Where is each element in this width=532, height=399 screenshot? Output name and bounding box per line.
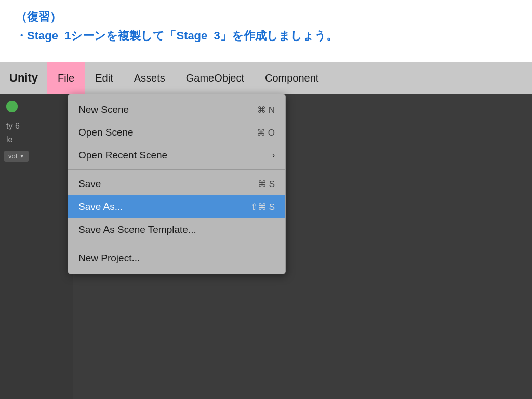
menu-new-project[interactable]: New Project... bbox=[68, 247, 285, 270]
separator-1 bbox=[68, 169, 285, 170]
instruction-line2: ・Stage_1シーンを複製して「Stage_3」を作成しましょう。 bbox=[16, 28, 516, 44]
separator-2 bbox=[68, 244, 285, 244]
file-dropdown-menu: New Scene ⌘ N Open Scene ⌘ O Open Recent… bbox=[68, 94, 286, 274]
menu-unity-label[interactable]: Unity bbox=[0, 62, 47, 94]
menu-new-scene[interactable]: New Scene ⌘ N bbox=[68, 98, 285, 121]
menu-new-scene-label: New Scene bbox=[78, 104, 129, 115]
menu-open-recent-label: Open Recent Scene bbox=[78, 150, 167, 161]
menu-item-component[interactable]: Component bbox=[255, 62, 329, 94]
menu-save[interactable]: Save ⌘ S bbox=[68, 172, 285, 195]
green-dot-indicator bbox=[6, 101, 18, 112]
menu-save-as-template-label: Save As Scene Template... bbox=[78, 224, 196, 235]
menu-save-as-label: Save As... bbox=[78, 201, 123, 212]
menu-item-assets[interactable]: Assets bbox=[124, 62, 176, 94]
pivot-dropdown-arrow: ▼ bbox=[19, 153, 24, 159]
menu-save-as-template[interactable]: Save As Scene Template... bbox=[68, 218, 285, 241]
instruction-area: （復習） ・Stage_1シーンを複製して「Stage_3」を作成しましょう。 bbox=[0, 0, 532, 52]
menu-open-recent-arrow: › bbox=[272, 151, 275, 160]
pivot-label: vot bbox=[8, 152, 17, 160]
menu-new-project-label: New Project... bbox=[78, 252, 140, 264]
pivot-button[interactable]: vot ▼ bbox=[4, 151, 29, 162]
menu-save-as-shortcut: ⇧⌘ S bbox=[250, 202, 275, 212]
editor-sidebar: ty 6 le vot ▼ bbox=[0, 94, 73, 399]
sidebar-version-label: ty 6 bbox=[0, 119, 73, 133]
sidebar-scene-label: le bbox=[0, 133, 73, 147]
menu-item-edit[interactable]: Edit bbox=[85, 62, 123, 94]
menu-open-scene-shortcut: ⌘ O bbox=[257, 127, 275, 138]
menu-item-file[interactable]: File bbox=[47, 62, 85, 94]
menu-open-scene[interactable]: Open Scene ⌘ O bbox=[68, 121, 285, 144]
pivot-row: vot ▼ bbox=[0, 147, 73, 166]
menu-bar: Unity File Edit Assets GameObject Compon… bbox=[0, 62, 532, 94]
menu-save-as[interactable]: Save As... ⇧⌘ S bbox=[68, 195, 285, 218]
menu-new-scene-shortcut: ⌘ N bbox=[257, 104, 275, 115]
menu-open-scene-label: Open Scene bbox=[78, 127, 134, 138]
unity-editor: Unity File Edit Assets GameObject Compon… bbox=[0, 62, 532, 399]
menu-save-label: Save bbox=[78, 178, 101, 190]
menu-open-recent-scene[interactable]: Open Recent Scene › bbox=[68, 144, 285, 167]
menu-save-shortcut: ⌘ S bbox=[258, 179, 275, 190]
instruction-line1: （復習） bbox=[16, 9, 516, 25]
menu-item-gameobject[interactable]: GameObject bbox=[176, 62, 255, 94]
